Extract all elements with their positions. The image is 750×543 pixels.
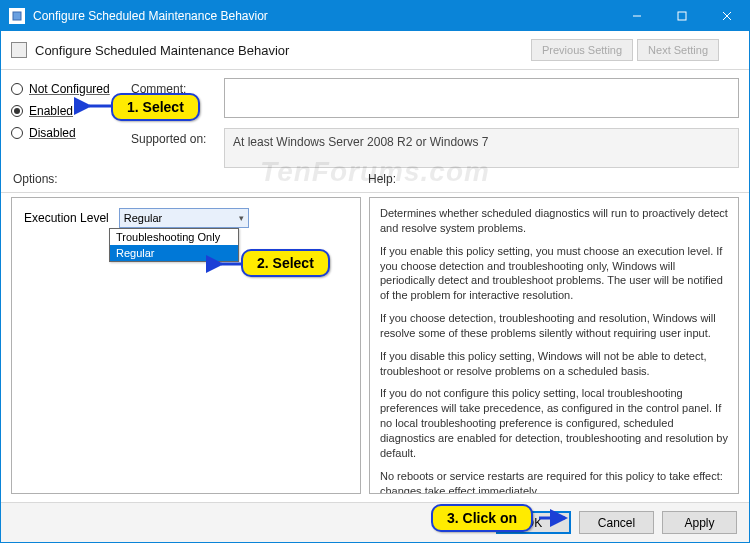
- radio-label: Enabled: [29, 104, 73, 118]
- help-paragraph: Determines whether scheduled diagnostics…: [380, 206, 728, 236]
- svg-rect-0: [13, 12, 21, 20]
- policy-editor-window: Configure Scheduled Maintenance Behavior…: [0, 0, 750, 543]
- radio-not-configured[interactable]: Not Configured: [11, 82, 121, 96]
- main-area: Execution Level Regular ▾ Troubleshootin…: [1, 192, 749, 502]
- page-title: Configure Scheduled Maintenance Behavior: [35, 43, 289, 58]
- titlebar: Configure Scheduled Maintenance Behavior: [1, 1, 749, 31]
- window-title: Configure Scheduled Maintenance Behavior: [33, 9, 614, 23]
- header-bar: Configure Scheduled Maintenance Behavior…: [1, 31, 749, 70]
- close-button[interactable]: [704, 1, 749, 31]
- help-pane: Determines whether scheduled diagnostics…: [369, 197, 739, 494]
- callout-select-enabled: 1. Select: [111, 93, 200, 121]
- comment-input[interactable]: [224, 78, 739, 118]
- arrow-icon: [537, 511, 571, 529]
- config-row: Not Configured Enabled Disabled Comment:…: [1, 70, 749, 168]
- chevron-down-icon: ▾: [239, 213, 244, 223]
- previous-setting-button[interactable]: Previous Setting: [531, 39, 633, 61]
- combo-selected-value: Regular: [124, 212, 163, 224]
- radio-icon: [11, 83, 23, 95]
- minimize-button[interactable]: [614, 1, 659, 31]
- section-labels: Options: Help:: [1, 168, 749, 192]
- supported-label: Supported on:: [131, 128, 216, 146]
- maximize-button[interactable]: [659, 1, 704, 31]
- app-icon: [9, 8, 25, 24]
- radio-disabled[interactable]: Disabled: [11, 126, 121, 140]
- options-pane: Execution Level Regular ▾ Troubleshootin…: [11, 197, 361, 494]
- execution-level-combo[interactable]: Regular ▾: [119, 208, 249, 228]
- help-paragraph: If you disable this policy setting, Wind…: [380, 349, 728, 379]
- help-paragraph: If you do not configure this policy sett…: [380, 386, 728, 460]
- svg-rect-2: [678, 12, 686, 20]
- policy-icon: [11, 42, 27, 58]
- fields-column: Comment: Supported on: At least Windows …: [131, 78, 739, 168]
- cancel-button[interactable]: Cancel: [579, 511, 654, 534]
- help-paragraph: If you choose detection, troubleshooting…: [380, 311, 728, 341]
- callout-click-ok: 3. Click on: [431, 504, 533, 532]
- radio-label: Not Configured: [29, 82, 110, 96]
- radio-icon: [11, 127, 23, 139]
- apply-button[interactable]: Apply: [662, 511, 737, 534]
- state-radios: Not Configured Enabled Disabled: [11, 78, 121, 168]
- next-setting-button[interactable]: Next Setting: [637, 39, 719, 61]
- execution-level-label: Execution Level: [24, 211, 109, 225]
- help-paragraph: If you enable this policy setting, you m…: [380, 244, 728, 303]
- supported-on-box: At least Windows Server 2008 R2 or Windo…: [224, 128, 739, 168]
- callout-select-option: 2. Select: [241, 249, 330, 277]
- radio-label: Disabled: [29, 126, 76, 140]
- help-label: Help:: [368, 172, 396, 186]
- footer-buttons: OK Cancel Apply: [1, 502, 749, 542]
- radio-icon: [11, 105, 23, 117]
- dropdown-option-troubleshooting[interactable]: Troubleshooting Only: [110, 229, 238, 245]
- help-paragraph: No reboots or service restarts are requi…: [380, 469, 728, 494]
- options-label: Options:: [13, 172, 368, 186]
